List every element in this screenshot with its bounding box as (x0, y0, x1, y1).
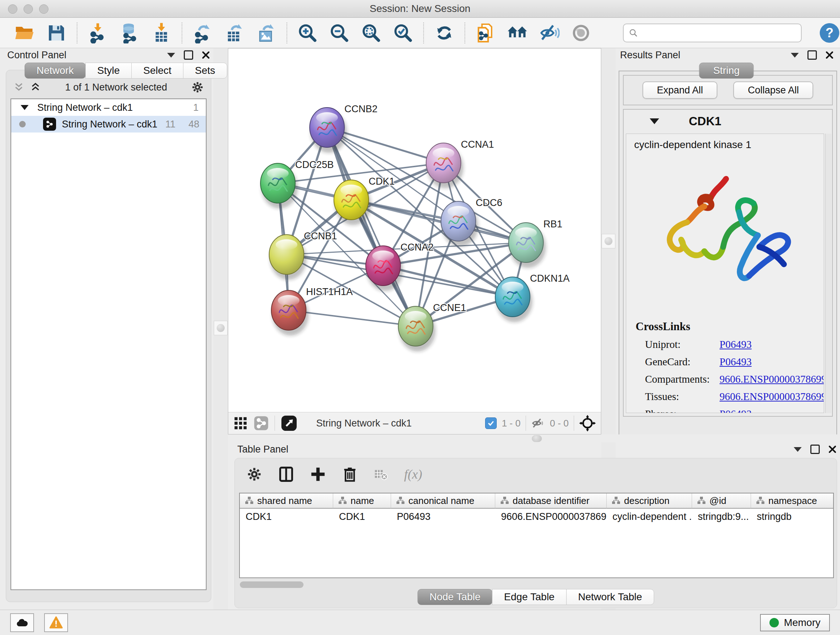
crosslink-link[interactable]: 9606.ENSP00000378699 (720, 373, 824, 385)
apply-layout-button[interactable] (433, 21, 456, 44)
network-node-CCNB2[interactable]: CCNB2 (309, 103, 378, 153)
delete-column-trash-icon[interactable] (342, 466, 358, 482)
expand-all-icon[interactable] (30, 82, 41, 93)
add-column-icon[interactable] (310, 466, 326, 482)
column-header-namespace[interactable]: namespace (751, 494, 834, 509)
table-cell[interactable]: CDK1 (240, 509, 333, 524)
grid-view-icon[interactable] (233, 416, 248, 431)
close-panel-icon[interactable] (829, 445, 836, 453)
tab-sets[interactable]: Sets (183, 63, 227, 79)
network-node-CDK1[interactable]: CDK1 (334, 176, 395, 225)
column-header-description[interactable]: description (607, 494, 692, 509)
left-splitter-handle[interactable] (214, 321, 227, 335)
first-neighbors-button[interactable] (506, 21, 529, 44)
gear-icon[interactable] (191, 81, 204, 93)
table-cell[interactable]: P06493 (391, 509, 495, 524)
tab-style[interactable]: Style (85, 63, 132, 79)
selected-checkbox-icon[interactable] (485, 417, 497, 429)
network-node-CCNB1[interactable]: CCNB1 (269, 231, 337, 280)
tab-edge-table[interactable]: Edge Table (492, 589, 567, 605)
import-network-database-button[interactable] (118, 21, 141, 44)
zoom-selected-button[interactable] (392, 21, 415, 44)
export-table-button[interactable] (223, 21, 246, 44)
birds-eye-view-icon[interactable] (579, 415, 596, 432)
close-panel-icon[interactable] (202, 51, 210, 59)
show-all-button[interactable] (569, 21, 592, 44)
protein-section-header[interactable]: CDK1 (624, 110, 832, 133)
tab-network[interactable]: Network (25, 63, 86, 79)
zoom-in-button[interactable] (296, 21, 319, 44)
save-session-button[interactable] (45, 21, 68, 44)
column-header-name[interactable]: name (333, 494, 391, 509)
tab-select[interactable]: Select (131, 63, 183, 79)
column-header-shared-name[interactable]: shared name (240, 494, 333, 509)
zoom-out-button[interactable] (328, 21, 351, 44)
crosslink-link[interactable]: P06493 (720, 408, 752, 413)
collapse-panel-icon[interactable] (791, 53, 799, 57)
table-row[interactable]: CDK1CDK1P064939606.ENSP00000378699cyclin… (240, 509, 834, 524)
hide-selected-button[interactable] (538, 21, 561, 44)
float-panel-icon[interactable] (184, 50, 193, 60)
minimize-window-button[interactable] (24, 4, 33, 14)
cloud-status-button[interactable] (10, 613, 34, 632)
function-builder-icon[interactable]: f(x) (404, 467, 422, 482)
table-settings-gear-icon[interactable] (246, 466, 262, 482)
clear-table-icon[interactable] (374, 467, 388, 481)
table-cell[interactable]: 9606.ENSP00000378699 (495, 509, 607, 524)
maximize-window-button[interactable] (39, 4, 49, 14)
tab-string[interactable]: String (699, 63, 753, 79)
table-horizontal-scrollbar[interactable] (240, 581, 303, 588)
network-row[interactable]: String Network – cdk1 11 48 (11, 116, 206, 133)
help-button[interactable]: ? (820, 23, 839, 43)
open-in-window-icon[interactable] (281, 415, 297, 432)
memory-button[interactable]: Memory (760, 614, 830, 631)
network-node-CDC6[interactable]: CDC6 (441, 197, 502, 247)
table-cell[interactable]: CDK1 (333, 509, 391, 524)
zoom-fit-button[interactable] (360, 21, 383, 44)
network-node-HIST1H1A[interactable]: HIST1H1A (271, 287, 353, 336)
export-image-button[interactable] (255, 21, 278, 44)
crosslink-link[interactable]: P06493 (720, 339, 752, 350)
collapse-all-button[interactable]: Collapse All (733, 81, 813, 99)
search-input[interactable] (642, 25, 801, 41)
show-columns-icon[interactable] (278, 466, 294, 482)
table-cell[interactable]: stringdb (751, 509, 834, 524)
clone-network-button[interactable] (474, 21, 497, 44)
horizontal-splitter-handle[interactable] (532, 435, 542, 442)
export-network-button[interactable] (191, 21, 214, 44)
table-cell[interactable]: stringdb:9... (692, 509, 751, 524)
left-splitter[interactable] (213, 48, 228, 610)
expand-all-button[interactable]: Expand All (643, 81, 718, 99)
open-session-button[interactable] (13, 21, 36, 44)
string-network-icon[interactable] (254, 416, 269, 431)
table-cell[interactable]: cyclin-dependent ... (607, 509, 692, 524)
import-network-file-button[interactable] (86, 21, 109, 44)
crosslink-link[interactable]: 9606.ENSP00000378699 (720, 391, 824, 402)
horizontal-splitter[interactable] (228, 434, 840, 442)
network-node-RB1[interactable]: RB1 (508, 219, 562, 268)
column-header-database-identifier[interactable]: database identifier (495, 494, 607, 509)
crosslink-link[interactable]: P06493 (720, 356, 752, 368)
column-header-canonical-name[interactable]: canonical name (391, 494, 495, 509)
float-panel-icon[interactable] (807, 50, 817, 60)
tree-caret-icon[interactable] (21, 105, 28, 110)
node-table[interactable]: shared namenamecanonical namedatabase id… (239, 493, 834, 578)
float-panel-icon[interactable] (810, 445, 820, 454)
import-table-file-button[interactable] (150, 21, 173, 44)
network-node-CCNA1[interactable]: CCNA1 (426, 139, 494, 188)
network-node-CCNE1[interactable]: CCNE1 (398, 302, 466, 352)
collapse-panel-icon[interactable] (167, 53, 175, 57)
collapse-all-icon[interactable] (13, 82, 24, 93)
close-panel-icon[interactable] (826, 51, 834, 59)
network-node-CDC25B[interactable]: CDC25B (261, 159, 334, 209)
network-canvas[interactable]: CCNB2CCNA1CDC25BCDK1CDC6RB1CCNB1CCNA2CDK… (228, 49, 601, 412)
section-caret-icon[interactable] (650, 119, 659, 124)
toolbar-search[interactable] (623, 24, 802, 42)
column-header-@id[interactable]: @id (692, 494, 751, 509)
network-collection-row[interactable]: String Network – cdk1 1 (11, 99, 206, 116)
warnings-button[interactable] (44, 613, 68, 632)
tab-network-table[interactable]: Network Table (566, 589, 654, 605)
network-node-CDKN1A[interactable]: CDKN1A (495, 273, 570, 322)
close-window-button[interactable] (8, 4, 17, 14)
results-scrollbar[interactable] (825, 134, 831, 413)
